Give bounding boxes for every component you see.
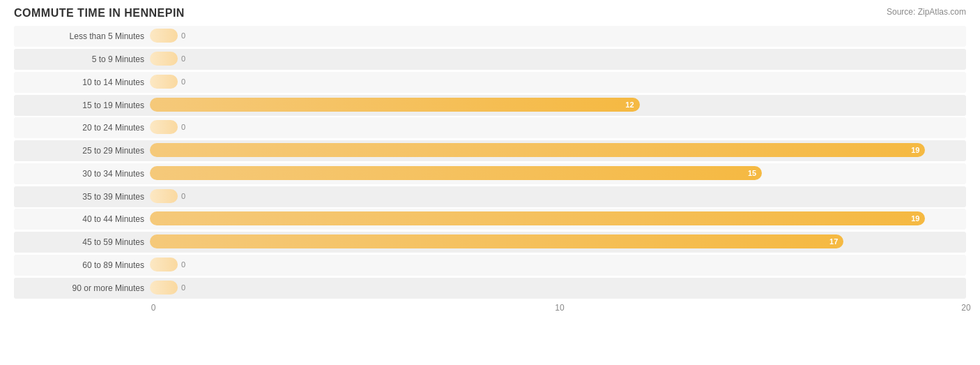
bar-label: 40 to 44 Minutes <box>14 214 150 224</box>
bar-fill: 19 <box>150 211 925 225</box>
bar-row: Less than 5 Minutes0 <box>14 26 966 47</box>
bar-label: 5 to 9 Minutes <box>14 54 150 64</box>
bar-label: 45 to 59 Minutes <box>14 237 150 247</box>
chart-body: Less than 5 Minutes05 to 9 Minutes010 to… <box>14 25 966 320</box>
bar-row: 30 to 34 Minutes15 <box>14 163 966 184</box>
bar-row: 35 to 39 Minutes0 <box>14 186 966 207</box>
bar-fill: 0 <box>150 75 178 89</box>
bar-label: 15 to 19 Minutes <box>14 100 150 110</box>
bar-fill: 0 <box>150 281 178 295</box>
bar-row: 45 to 59 Minutes17 <box>14 232 966 253</box>
bar-value: 15 <box>748 169 756 177</box>
bar-fill: 19 <box>150 143 925 157</box>
bar-label: 90 or more Minutes <box>14 283 150 293</box>
bar-row: 5 to 9 Minutes0 <box>14 49 966 70</box>
bar-row: 15 to 19 Minutes12 <box>14 95 966 116</box>
bar-track: 0 <box>150 258 966 273</box>
bar-row: 10 to 14 Minutes0 <box>14 72 966 93</box>
bar-value: 19 <box>911 146 919 154</box>
bar-label: 60 to 89 Minutes <box>14 260 150 270</box>
bar-label: 30 to 34 Minutes <box>14 169 150 179</box>
bar-row: 90 or more Minutes0 <box>14 278 966 299</box>
bar-fill: 0 <box>150 258 178 271</box>
bar-label: 20 to 24 Minutes <box>14 123 150 133</box>
bar-fill: 0 <box>150 52 178 66</box>
bar-track: 19 <box>150 211 966 227</box>
bar-track: 0 <box>150 120 966 135</box>
x-tick: 0 <box>151 303 156 313</box>
chart-title: COMMUTE TIME IN HENNEPIN <box>14 7 185 20</box>
bar-fill: 0 <box>150 29 178 43</box>
bar-label: 10 to 14 Minutes <box>14 77 150 87</box>
chart-header: COMMUTE TIME IN HENNEPIN Source: ZipAtla… <box>14 7 966 20</box>
bar-track: 0 <box>150 29 966 44</box>
chart-container: COMMUTE TIME IN HENNEPIN Source: ZipAtla… <box>0 0 980 365</box>
bar-track: 19 <box>150 143 966 158</box>
bar-fill: 0 <box>150 120 178 134</box>
bar-track: 17 <box>150 234 966 250</box>
bar-value: 0 <box>181 77 185 86</box>
bar-value: 0 <box>181 123 185 131</box>
bar-track: 0 <box>150 189 966 204</box>
x-tick: 10 <box>555 303 564 313</box>
bar-row: 20 to 24 Minutes0 <box>14 117 966 138</box>
bar-label: Less than 5 Minutes <box>14 31 150 41</box>
bar-row: 40 to 44 Minutes19 <box>14 209 966 230</box>
bar-fill: 17 <box>150 234 843 248</box>
bar-value: 0 <box>181 260 185 269</box>
bar-track: 0 <box>150 75 966 90</box>
chart-source: Source: ZipAtlas.com <box>887 7 966 17</box>
bar-track: 0 <box>150 52 966 67</box>
x-tick: 20 <box>961 303 970 313</box>
bar-label: 25 to 29 Minutes <box>14 146 150 156</box>
bar-value: 0 <box>181 31 185 40</box>
bar-value: 0 <box>181 192 185 200</box>
bars-area: Less than 5 Minutes05 to 9 Minutes010 to… <box>14 25 966 299</box>
bar-fill: 0 <box>150 189 178 203</box>
bar-fill: 15 <box>150 166 762 180</box>
bar-value: 12 <box>625 100 634 109</box>
bar-track: 0 <box>150 281 966 296</box>
bar-value: 17 <box>829 237 838 246</box>
bar-track: 15 <box>150 166 966 181</box>
x-axis: 01020 <box>153 303 966 320</box>
bar-fill: 12 <box>150 98 640 112</box>
bar-value: 0 <box>181 54 185 63</box>
bar-row: 25 to 29 Minutes19 <box>14 140 966 161</box>
bar-value: 0 <box>181 283 185 292</box>
bar-row: 60 to 89 Minutes0 <box>14 255 966 276</box>
bar-value: 19 <box>911 214 919 223</box>
bar-label: 35 to 39 Minutes <box>14 192 150 202</box>
bar-track: 12 <box>150 98 966 113</box>
